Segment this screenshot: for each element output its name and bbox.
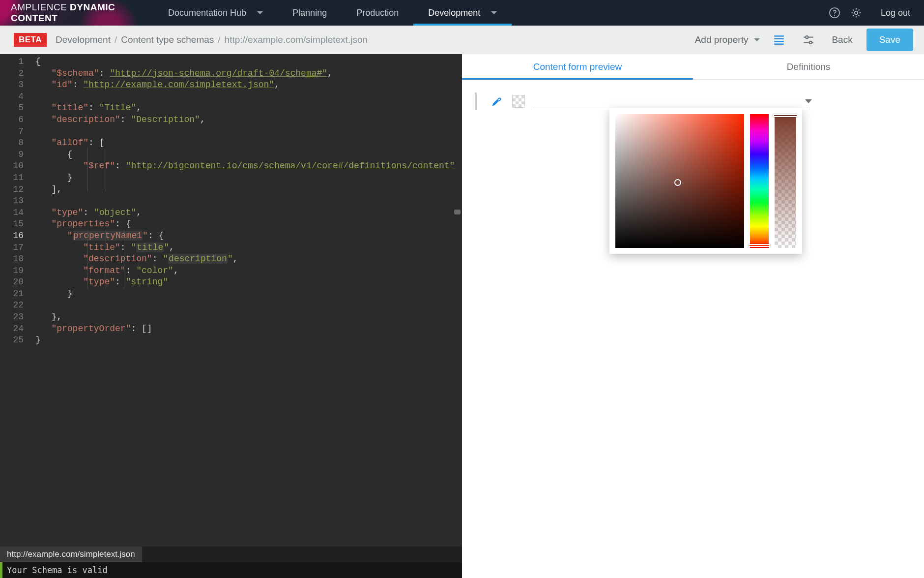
main-split: 1234567891011121314151617181920212223242… [0,54,924,578]
svg-point-10 [809,41,812,44]
nav-label: Planning [292,8,327,18]
svg-point-8 [806,36,808,38]
color-field-row [475,92,911,110]
preview-pane: Content form preview Definitions [462,54,924,578]
logout-link[interactable]: Log out [867,8,924,18]
nav-documentation-hub[interactable]: Documentation Hub [153,0,278,26]
beta-badge: BETA [14,33,47,47]
brand-text: AMPLIENCE DYNAMIC CONTENT [11,2,153,24]
add-property-label: Add property [695,34,749,45]
nav-label: Production [356,8,399,18]
back-button[interactable]: Back [832,34,852,45]
help-icon[interactable] [824,0,845,26]
sv-handle[interactable] [674,179,681,186]
brand: AMPLIENCE DYNAMIC CONTENT [0,0,153,26]
status-text: Your Schema is valid [7,565,108,575]
tab-content-form-preview[interactable]: Content form preview [462,54,693,79]
breadcrumb-sep: / [218,34,220,45]
editor-pane: 1234567891011121314151617181920212223242… [0,54,462,578]
chevron-down-icon[interactable] [805,99,812,103]
svg-point-1 [834,15,835,16]
nav-label: Documentation Hub [168,8,246,18]
file-tab[interactable]: http://example.com/simpletext.json [0,547,142,562]
save-button[interactable]: Save [866,29,913,51]
nav-label: Development [428,8,480,18]
nav-planning[interactable]: Planning [278,0,342,26]
sub-toolbar: BETA Development / Content type schemas … [0,26,924,54]
status-bar: Your Schema is valid [0,562,462,578]
code-area[interactable]: { "$schema": "http://json-schema.org/dra… [30,54,462,547]
chevron-down-icon [491,11,497,14]
chevron-down-icon [754,38,760,41]
add-property-dropdown[interactable]: Add property [695,34,760,45]
code-editor[interactable]: 1234567891011121314151617181920212223242… [0,54,462,547]
color-picker-popover [609,108,802,254]
tab-definitions[interactable]: Definitions [693,54,924,79]
brand-light: AMPLIENCE [11,2,67,12]
line-gutter: 1234567891011121314151617181920212223242… [0,54,30,547]
align-lines-icon[interactable] [769,30,789,50]
chevron-down-icon [257,11,263,14]
file-tabstrip: http://example.com/simpletext.json [0,547,462,562]
breadcrumb-current: http://example.com/simpletext.json [225,34,368,45]
gear-icon[interactable] [845,0,867,26]
color-swatch[interactable] [512,95,525,108]
breadcrumb-development[interactable]: Development [56,34,111,45]
sliders-icon[interactable] [798,30,819,50]
hue-slider[interactable] [750,114,769,248]
alpha-handle[interactable] [773,114,798,117]
preview-body [462,80,924,578]
scrollbar-thumb[interactable] [454,210,461,214]
nav-production[interactable]: Production [342,0,413,26]
nav-development[interactable]: Development [413,0,512,26]
eyedropper-icon[interactable] [490,94,504,109]
breadcrumb-sep: / [115,34,117,45]
saturation-value-panel[interactable] [615,114,744,248]
svg-point-2 [855,11,858,14]
hue-handle[interactable] [749,244,770,247]
color-value-input[interactable] [533,94,808,108]
preview-tabs: Content form preview Definitions [462,54,924,80]
alpha-slider[interactable] [775,114,796,248]
field-accent-bar [475,92,477,110]
breadcrumb-schemas[interactable]: Content type schemas [121,34,214,45]
top-nav: AMPLIENCE DYNAMIC CONTENT Documentation … [0,0,924,26]
